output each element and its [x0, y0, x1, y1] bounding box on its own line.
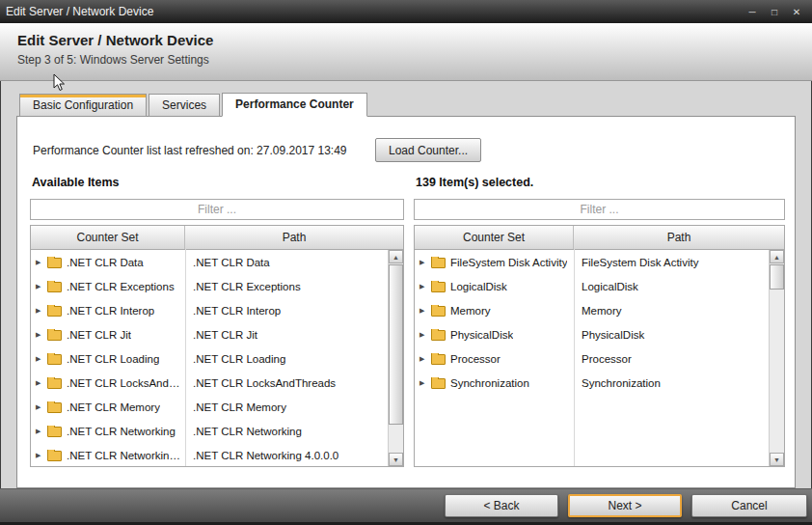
path-label: Processor [574, 353, 769, 365]
table-row[interactable]: ▶FileSystem Disk Activity FileSystem Dis… [415, 250, 769, 274]
load-counter-button[interactable]: Load Counter... [375, 138, 481, 162]
expander-icon[interactable]: ▶ [36, 355, 45, 363]
counter-set-label: Processor [450, 353, 501, 365]
dialog-footer: < Back Next > Cancel [0, 488, 812, 525]
close-button-icon[interactable]: ✕ [787, 4, 806, 19]
next-button[interactable]: Next > [568, 494, 682, 517]
expander-icon[interactable]: ▶ [420, 259, 429, 266]
path-label: .NET CLR Exceptions [185, 281, 388, 292]
tab-performance-counter[interactable]: Performance Counter [222, 93, 367, 117]
table-row[interactable]: ▶Memory Memory [415, 298, 769, 322]
folder-icon [431, 258, 446, 268]
minimize-button-icon[interactable]: ─ [743, 4, 762, 19]
selected-filter-input[interactable] [414, 199, 785, 220]
folder-icon [47, 354, 62, 365]
scroll-down-icon[interactable]: ▼ [389, 453, 403, 466]
expander-icon[interactable]: ▶ [36, 428, 45, 435]
window-titlebar[interactable]: Edit Server / Network Device ─ □ ✕ [0, 0, 812, 23]
available-items-title: Available Items [32, 176, 120, 189]
table-row[interactable]: ▶PhysicalDisk PhysicalDisk [415, 322, 769, 346]
counter-set-label: .NET CLR Networking [67, 426, 176, 437]
counter-set-label: .NET CLR LocksAndThreads [67, 377, 185, 389]
folder-icon [47, 402, 62, 413]
expander-icon[interactable]: ▶ [36, 283, 45, 290]
table-row[interactable]: ▶.NET CLR Data .NET CLR Data [31, 250, 388, 274]
table-row[interactable]: ▶.NET CLR Interop .NET CLR Interop [31, 298, 388, 322]
wizard-step-subtitle: Step 3 of 5: Windows Server Settings [17, 53, 812, 67]
counter-set-label: PhysicalDisk [450, 329, 513, 341]
expander-icon[interactable]: ▶ [36, 307, 45, 315]
maximize-button-icon[interactable]: □ [765, 4, 784, 19]
path-label: Memory [574, 305, 769, 317]
scroll-up-icon[interactable]: ▲ [389, 250, 403, 263]
path-label: .NET CLR LocksAndThreads [185, 377, 388, 389]
expander-icon[interactable]: ▶ [420, 307, 429, 315]
available-filter-input[interactable] [30, 199, 404, 220]
folder-icon [47, 330, 62, 341]
table-header: Counter Set Path [31, 226, 403, 250]
scroll-down-icon[interactable]: ▼ [770, 453, 784, 466]
table-row[interactable]: ▶.NET CLR Memory .NET CLR Memory [31, 395, 388, 419]
folder-icon [431, 282, 446, 292]
vertical-scrollbar[interactable]: ▲ ▼ [769, 250, 784, 466]
path-label: .NET CLR Networking [185, 426, 388, 437]
expander-icon[interactable]: ▶ [36, 403, 45, 411]
expander-icon[interactable]: ▶ [36, 452, 45, 459]
expander-icon[interactable]: ▶ [36, 331, 45, 339]
scrollbar-thumb[interactable] [770, 264, 784, 290]
expander-icon[interactable]: ▶ [420, 283, 429, 290]
table-row[interactable]: ▶.NET CLR LocksAndThreads .NET CLR Locks… [31, 371, 388, 395]
folder-icon [47, 378, 62, 389]
expander-icon[interactable]: ▶ [420, 331, 429, 339]
available-items-table: Counter Set Path ▶.NET CLR Data .NET CLR… [30, 225, 404, 467]
expander-icon[interactable]: ▶ [420, 379, 429, 387]
table-row[interactable]: ▶Synchronization Synchronization [415, 371, 769, 395]
tab-content-panel: Performance Counter list last refreshed … [16, 116, 796, 488]
selected-items-title: 139 Item(s) selected. [416, 176, 533, 189]
table-body: ▶.NET CLR Data .NET CLR Data ▶.NET CLR E… [31, 250, 388, 466]
counter-set-label: .NET CLR Memory [67, 401, 160, 413]
counter-set-label: .NET CLR Interop [67, 305, 154, 317]
path-label: .NET CLR Data [185, 257, 388, 268]
column-header-path[interactable]: Path [185, 226, 403, 249]
path-label: .NET CLR Jit [185, 329, 388, 341]
expander-icon[interactable]: ▶ [36, 379, 45, 387]
table-row[interactable]: ▶.NET CLR Jit .NET CLR Jit [31, 322, 388, 346]
table-row[interactable]: ▶.NET CLR Networking 4.0.0.0 .NET CLR Ne… [31, 443, 388, 466]
path-label: .NET CLR Memory [185, 401, 388, 413]
tab-basic-configuration[interactable]: Basic Configuration [19, 94, 147, 117]
tab-bar: Basic Configuration Services Performance… [19, 93, 369, 117]
counter-set-label: FileSystem Disk Activity [450, 257, 567, 268]
table-row[interactable]: ▶LogicalDisk LogicalDisk [415, 274, 769, 298]
path-label: PhysicalDisk [574, 329, 769, 341]
scrollbar-thumb[interactable] [389, 264, 403, 425]
column-header-counter-set[interactable]: Counter Set [31, 226, 185, 249]
path-label: .NET CLR Interop [185, 305, 388, 317]
folder-icon [47, 306, 62, 317]
back-button[interactable]: < Back [445, 494, 558, 517]
column-header-counter-set[interactable]: Counter Set [415, 226, 574, 249]
dialog-header: Edit Server / Network Device Step 3 of 5… [0, 23, 812, 81]
path-label: .NET CLR Networking 4.0.0.0 [185, 450, 388, 461]
table-body: ▶FileSystem Disk Activity FileSystem Dis… [415, 250, 769, 466]
scroll-up-icon[interactable]: ▲ [770, 250, 784, 263]
table-row[interactable]: ▶.NET CLR Loading .NET CLR Loading [31, 346, 388, 371]
selected-items-table: Counter Set Path ▶FileSystem Disk Activi… [414, 225, 785, 467]
table-row[interactable]: ▶.NET CLR Exceptions .NET CLR Exceptions [31, 274, 388, 298]
cancel-button[interactable]: Cancel [691, 494, 807, 517]
scrollbar-track[interactable] [770, 263, 784, 453]
expander-icon[interactable]: ▶ [36, 259, 45, 266]
vertical-scrollbar[interactable]: ▲ ▼ [388, 250, 403, 466]
column-header-path[interactable]: Path [574, 226, 784, 249]
table-row[interactable]: ▶Processor Processor [415, 346, 769, 371]
expander-icon[interactable]: ▶ [420, 355, 429, 363]
tab-services[interactable]: Services [149, 94, 220, 117]
table-row[interactable]: ▶.NET CLR Networking .NET CLR Networking [31, 419, 388, 443]
counter-set-label: .NET CLR Exceptions [67, 281, 175, 292]
folder-icon [47, 427, 62, 437]
scrollbar-track[interactable] [389, 263, 403, 453]
counter-set-label: Synchronization [450, 377, 529, 389]
folder-icon [431, 330, 446, 341]
counter-set-label: LogicalDisk [450, 281, 507, 292]
counter-set-label: .NET CLR Data [67, 257, 144, 268]
